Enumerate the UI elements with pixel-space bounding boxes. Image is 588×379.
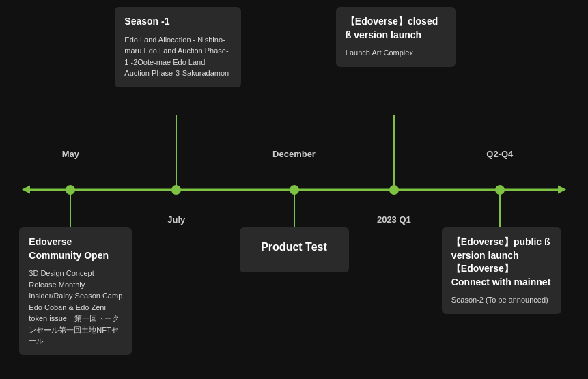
card-community-title: Edoverse Community Open — [29, 236, 122, 262]
label-july: July — [167, 214, 185, 225]
timeline-container: May July December 2023 Q1 Q2-Q4 Season -… — [0, 0, 588, 379]
card-product-test: Product Test — [240, 227, 349, 272]
dot-may — [66, 185, 75, 195]
label-may: May — [62, 149, 79, 159]
connector-product-test — [294, 193, 295, 227]
card-public-content: Season-2 (To be announced) — [451, 294, 552, 306]
card-community-content: 3D Design Concept Release Monthly Inside… — [29, 268, 122, 347]
connector-season1 — [176, 115, 177, 188]
card-edoverse-community: Edoverse Community Open 3D Design Concep… — [19, 227, 132, 355]
card-season-minus1: Season -1 Edo Land Allocation - Nishino-… — [115, 7, 241, 87]
dot-q2q4 — [495, 185, 505, 195]
card-edoverse-closed-beta: 【Edoverse】closed ß version launch Launch… — [336, 7, 456, 67]
card-season-minus1-content: Edo Land Allocation - Nishino-maru Edo L… — [124, 34, 232, 79]
label-q2q4: Q2-Q4 — [486, 149, 513, 159]
label-december: December — [272, 149, 316, 159]
card-season-minus1-title: Season -1 — [124, 15, 232, 29]
dot-december — [290, 185, 299, 195]
card-edoverse-public: 【Edoverse】public ß version launch 【Edove… — [442, 227, 561, 314]
card-product-test-title: Product Test — [249, 240, 339, 255]
card-closed-beta-content: Launch Art Complex — [346, 47, 446, 59]
dot-july — [171, 185, 181, 195]
connector-community — [70, 193, 71, 227]
card-public-title: 【Edoverse】public ß version launch 【Edove… — [451, 236, 552, 289]
connector-closed-beta — [393, 115, 395, 188]
card-closed-beta-title: 【Edoverse】closed ß version launch — [346, 15, 446, 42]
connector-public-beta — [499, 193, 501, 227]
dot-2023q1 — [389, 185, 399, 195]
label-2023q1: 2023 Q1 — [377, 214, 411, 225]
